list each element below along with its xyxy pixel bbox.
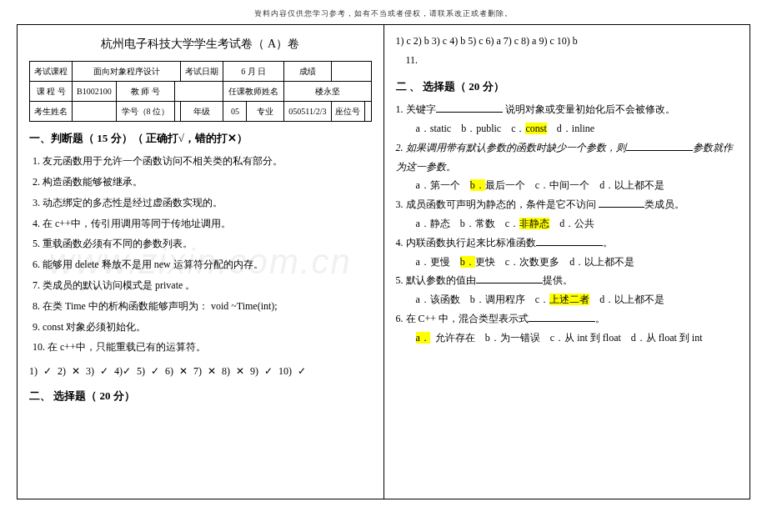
opt-b: b．调用程序: [470, 294, 525, 305]
opt-a2: 允许存在: [435, 332, 475, 344]
exam-title: 杭州电子科技大学学生考试卷（ A）卷: [29, 33, 372, 56]
opt-a: a．更慢: [416, 256, 450, 268]
q3-stem-b: 类成员。: [644, 198, 684, 210]
cell: 考试日期: [181, 61, 223, 81]
info-table: 考试课程 面向对象程序设计 考试日期 6 月 日 成绩 课 程 号 B10021…: [29, 61, 372, 122]
top-answers-11: 11.: [396, 51, 739, 70]
q1-stem: 1. 关键字: [396, 103, 436, 115]
left-column: www.zixin.com.cn 杭州电子科技大学学生考试卷（ A）卷 考试课程…: [18, 25, 384, 499]
opt-b-hl: b．: [460, 256, 475, 268]
judge-questions: 1. 友元函数用于允许一个函数访问不相关类的私有部分。 2. 构造函数能够被继承…: [29, 152, 372, 357]
opt-a: a．静态: [416, 218, 450, 229]
opt-a: a．第一个: [416, 179, 460, 191]
section-2-heading-left: 二、 选择题（ 20 分）: [29, 386, 372, 407]
opt-b: b．为一错误: [485, 332, 540, 344]
mc-q4-opts: a．更慢 b．更快 c．次数更多 d．以上都不是: [396, 253, 739, 272]
mc-q1-opts: a．static b．public c．const d．inline: [396, 119, 739, 138]
mc-q1: 1. 关键字 说明对象或变量初始化后不会被修改。: [396, 100, 739, 119]
opt-d: d．从 float 到 int: [631, 332, 703, 344]
cell: 6 月 日: [223, 61, 284, 81]
q2-stem-a: 2. 如果调用带有默认参数的函数时缺少一个参数，则: [396, 142, 626, 153]
cell: 考试课程: [30, 61, 73, 81]
q1: 1. 友元函数用于允许一个函数访问不相关类的私有部分。: [33, 152, 372, 171]
opt-b-hl: b．: [470, 179, 485, 191]
q1-stem-b: 说明对象或变量初始化后不会被修改。: [505, 103, 675, 115]
mc-q3: 3. 成员函数可声明为静态的，条件是它不访问 类成员。: [396, 195, 739, 214]
cell: [331, 61, 371, 81]
opt-d: d．公共: [559, 218, 594, 229]
section-2-heading: 二 、 选择题（ 20 分）: [396, 77, 739, 98]
cell: [364, 101, 371, 121]
opt-c-hl: 上述二者: [549, 294, 589, 305]
mc-q2: 2. 如果调用带有默认参数的函数时缺少一个参数，则参数就作为这一参数。: [396, 138, 739, 177]
mc-q6-opts: a． 允许存在 b．为一错误 c．从 int 到 float d．从 float…: [396, 329, 739, 348]
q10: 10. 在 c++中，只能重载已有的运算符。: [33, 338, 372, 357]
opt-d: d．以上都不是: [599, 294, 664, 305]
cell: [174, 101, 181, 121]
opt-d: d．inline: [557, 123, 594, 134]
cell: 年级: [181, 101, 223, 121]
opt-c: c．次数更多: [505, 256, 559, 268]
opt-d: d．以上都不是: [569, 256, 634, 268]
q4: 4. 在 c++中，传引用调用等同于传地址调用。: [33, 214, 372, 233]
q9: 9. const 对象必须初始化。: [33, 318, 372, 337]
q7: 7. 类成员的默认访问模式是 private 。: [33, 276, 372, 295]
section-1-heading: 一、判断题（ 15 分）（ 正确打√，错的打✕）: [29, 128, 372, 149]
cell: 任课教师姓名: [223, 81, 284, 101]
cell: 考生姓名: [30, 101, 73, 121]
opt-a: a．该函数: [416, 294, 460, 305]
cell: 成绩: [284, 61, 332, 81]
right-column: 1) c 2) b 3) c 4) b 5) c 6) a 7) c 8) a …: [384, 25, 750, 499]
opt-c: c．: [505, 218, 519, 229]
mc-q3-opts: a．静态 b．常数 c．非静态 d．公共: [396, 214, 739, 233]
q4-stem: 4. 内联函数执行起来比标准函数: [396, 237, 536, 248]
mc-q4: 4. 内联函数执行起来比标准函数。: [396, 233, 739, 253]
q5-stem-a: 5. 默认参数的值由: [396, 274, 476, 286]
cell: B1002100: [73, 81, 117, 101]
opt-b: b．常数: [460, 218, 495, 229]
opt-c-hl: 非静态: [519, 218, 549, 229]
cell: [174, 81, 223, 101]
cell: 课 程 号: [30, 81, 73, 101]
cell: 学号（8 位）: [116, 101, 174, 121]
q6-stem: 6. 在 C++ 中，混合类型表示式: [396, 313, 529, 324]
judge-answers: 1) ✓ 2) ✕ 3) ✓ 4)✓ 5) ✓ 6) ✕ 7) ✕ 8) ✕ 9…: [29, 362, 372, 381]
cell: 专业: [247, 101, 284, 121]
opt-c-hl: const: [525, 123, 546, 134]
cell: 教 师 号: [116, 81, 174, 101]
opt-c: c．中间一个: [535, 179, 589, 191]
q2: 2. 构造函数能够被继承。: [33, 173, 372, 192]
q6: 6. 能够用 delete 释放不是用 new 运算符分配的内存。: [33, 255, 372, 274]
mc-q6: 6. 在 C++ 中，混合类型表示式。: [396, 309, 739, 329]
q5: 5. 重载函数必须有不同的参数列表。: [33, 234, 372, 253]
opt-c: c．: [511, 123, 525, 134]
cell: 050511/2/3: [284, 101, 332, 121]
top-answers: 1) c 2) b 3) c 4) b 5) c 6) a 7) c 8) a …: [396, 32, 739, 51]
cell: 05: [223, 101, 247, 121]
q5-stem-b: 提供。: [543, 274, 573, 286]
page-wrap: www.zixin.com.cn 杭州电子科技大学学生考试卷（ A）卷 考试课程…: [17, 24, 750, 499]
opt-c: c．: [535, 294, 549, 305]
q3-stem-a: 3. 成员函数可声明为静态的，条件是它不访问: [396, 198, 596, 210]
q6-stem-b: 。: [595, 313, 605, 324]
q8: 8. 在类 Time 中的析构函数能够声明为： void ~Time(int);: [33, 297, 372, 316]
mc-q5-opts: a．该函数 b．调用程序 c．上述二者 d．以上都不是: [396, 290, 739, 309]
opt-a-hl: a．: [416, 332, 430, 344]
opt-a: a．static: [416, 123, 452, 134]
cell: 座位号: [331, 101, 364, 121]
cell: 面向对象程序设计: [73, 61, 181, 81]
mc-q5: 5. 默认参数的值由提供。: [396, 271, 739, 290]
opt-c: c．从 int 到 float: [550, 332, 621, 344]
opt-b: b．public: [461, 123, 501, 134]
opt-b2: 更快: [475, 256, 495, 268]
cell: 楼永坚: [284, 81, 371, 101]
cell: [73, 101, 117, 121]
opt-b2: 最后一个: [485, 179, 525, 191]
mc-q2-opts: a．第一个 b．最后一个 c．中间一个 d．以上都不是: [396, 176, 739, 195]
q3: 3. 动态绑定的多态性是经过虚函数实现的。: [33, 193, 372, 213]
header-note: 资料内容仅供您学习参考，如有不当或者侵权，请联系改正或者删除。: [0, 0, 767, 24]
opt-d: d．以上都不是: [599, 179, 664, 191]
